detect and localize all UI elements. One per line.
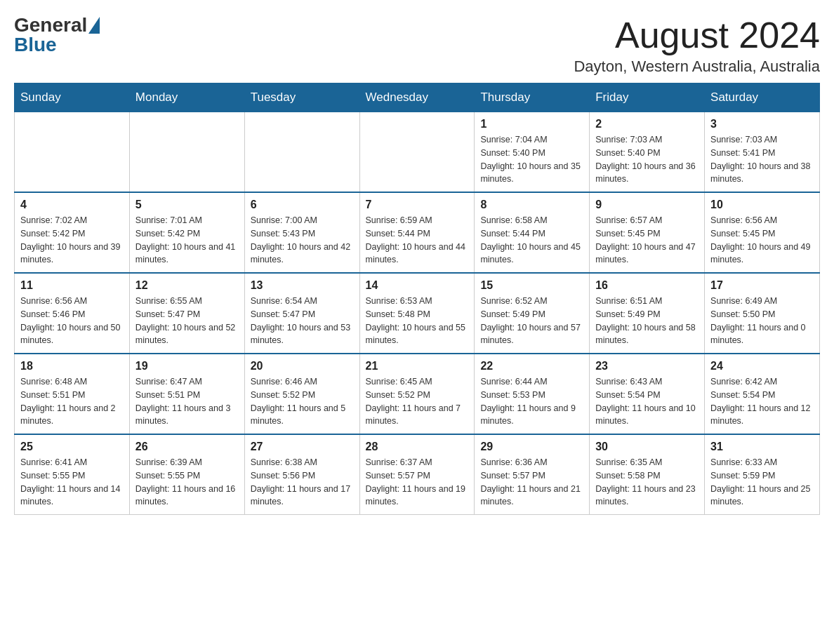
day-info: Sunrise: 6:37 AM Sunset: 5:57 PM Dayligh… <box>366 456 469 509</box>
day-number: 2 <box>595 118 699 130</box>
calendar-day-cell: 5Sunrise: 7:01 AM Sunset: 5:42 PM Daylig… <box>129 192 244 273</box>
calendar-day-cell: 7Sunrise: 6:59 AM Sunset: 5:44 PM Daylig… <box>359 192 475 273</box>
day-info: Sunrise: 6:44 AM Sunset: 5:53 PM Dayligh… <box>480 375 583 428</box>
day-number: 10 <box>710 199 814 211</box>
calendar-header-row: SundayMondayTuesdayWednesdayThursdayFrid… <box>15 83 820 112</box>
calendar-header-cell: Tuesday <box>244 83 359 112</box>
day-number: 21 <box>366 360 469 373</box>
day-info: Sunrise: 6:56 AM Sunset: 5:46 PM Dayligh… <box>20 295 124 347</box>
logo-arrow <box>88 17 100 34</box>
calendar-day-cell: 3Sunrise: 7:03 AM Sunset: 5:41 PM Daylig… <box>705 112 820 193</box>
day-number: 27 <box>251 441 354 453</box>
day-info: Sunrise: 6:39 AM Sunset: 5:55 PM Dayligh… <box>135 456 239 509</box>
day-info: Sunrise: 6:49 AM Sunset: 5:50 PM Dayligh… <box>710 295 814 347</box>
calendar-day-cell: 18Sunrise: 6:48 AM Sunset: 5:51 PM Dayli… <box>15 354 130 434</box>
calendar-day-cell: 22Sunrise: 6:44 AM Sunset: 5:53 PM Dayli… <box>475 354 590 434</box>
day-info: Sunrise: 6:45 AM Sunset: 5:52 PM Dayligh… <box>366 375 469 428</box>
day-number: 14 <box>366 279 469 292</box>
calendar-day-cell: 15Sunrise: 6:52 AM Sunset: 5:49 PM Dayli… <box>475 273 590 354</box>
day-number: 25 <box>20 441 124 453</box>
day-info: Sunrise: 6:57 AM Sunset: 5:45 PM Dayligh… <box>595 214 699 267</box>
calendar-day-cell: 1Sunrise: 7:04 AM Sunset: 5:40 PM Daylig… <box>475 112 590 193</box>
day-info: Sunrise: 7:01 AM Sunset: 5:42 PM Dayligh… <box>135 214 239 267</box>
calendar-header-cell: Monday <box>129 83 244 112</box>
calendar-day-cell: 29Sunrise: 6:36 AM Sunset: 5:57 PM Dayli… <box>475 434 590 515</box>
calendar-day-cell: 6Sunrise: 7:00 AM Sunset: 5:43 PM Daylig… <box>244 192 359 273</box>
day-number: 9 <box>595 199 699 211</box>
calendar-day-cell: 21Sunrise: 6:45 AM Sunset: 5:52 PM Dayli… <box>359 354 475 434</box>
logo-blue-text: Blue <box>14 34 57 56</box>
day-number: 23 <box>595 360 699 373</box>
day-info: Sunrise: 6:48 AM Sunset: 5:51 PM Dayligh… <box>20 375 124 428</box>
day-number: 15 <box>480 279 583 292</box>
calendar-day-cell: 17Sunrise: 6:49 AM Sunset: 5:50 PM Dayli… <box>705 273 820 354</box>
calendar-header-cell: Wednesday <box>359 83 475 112</box>
calendar-week-row: 18Sunrise: 6:48 AM Sunset: 5:51 PM Dayli… <box>15 354 820 434</box>
calendar-day-cell <box>244 112 359 193</box>
day-number: 18 <box>20 360 124 373</box>
calendar-day-cell: 25Sunrise: 6:41 AM Sunset: 5:55 PM Dayli… <box>15 434 130 515</box>
location-title: Dayton, Western Australia, Australia <box>574 58 820 76</box>
title-block: August 2024 Dayton, Western Australia, A… <box>574 14 820 76</box>
calendar-day-cell: 19Sunrise: 6:47 AM Sunset: 5:51 PM Dayli… <box>129 354 244 434</box>
calendar-day-cell: 31Sunrise: 6:33 AM Sunset: 5:59 PM Dayli… <box>705 434 820 515</box>
day-number: 3 <box>710 118 814 130</box>
day-number: 19 <box>135 360 239 373</box>
day-info: Sunrise: 7:02 AM Sunset: 5:42 PM Dayligh… <box>20 214 124 267</box>
day-info: Sunrise: 6:46 AM Sunset: 5:52 PM Dayligh… <box>251 375 354 428</box>
day-number: 16 <box>595 279 699 292</box>
month-title: August 2024 <box>574 14 820 56</box>
day-info: Sunrise: 6:52 AM Sunset: 5:49 PM Dayligh… <box>480 295 583 347</box>
day-number: 11 <box>20 279 124 292</box>
calendar-day-cell <box>15 112 130 193</box>
day-info: Sunrise: 6:42 AM Sunset: 5:54 PM Dayligh… <box>710 375 814 428</box>
calendar-header-cell: Sunday <box>15 83 130 112</box>
calendar-header-cell: Thursday <box>475 83 590 112</box>
day-info: Sunrise: 6:56 AM Sunset: 5:45 PM Dayligh… <box>710 214 814 267</box>
calendar-week-row: 4Sunrise: 7:02 AM Sunset: 5:42 PM Daylig… <box>15 192 820 273</box>
day-number: 30 <box>595 441 699 453</box>
calendar-body: 1Sunrise: 7:04 AM Sunset: 5:40 PM Daylig… <box>15 112 820 515</box>
logo: General Blue <box>14 14 100 56</box>
calendar-header-cell: Friday <box>590 83 705 112</box>
calendar-week-row: 1Sunrise: 7:04 AM Sunset: 5:40 PM Daylig… <box>15 112 820 193</box>
calendar-day-cell: 14Sunrise: 6:53 AM Sunset: 5:48 PM Dayli… <box>359 273 475 354</box>
day-info: Sunrise: 6:54 AM Sunset: 5:47 PM Dayligh… <box>251 295 354 347</box>
day-info: Sunrise: 7:03 AM Sunset: 5:41 PM Dayligh… <box>710 133 814 186</box>
calendar-day-cell: 16Sunrise: 6:51 AM Sunset: 5:49 PM Dayli… <box>590 273 705 354</box>
calendar-day-cell: 11Sunrise: 6:56 AM Sunset: 5:46 PM Dayli… <box>15 273 130 354</box>
calendar-week-row: 11Sunrise: 6:56 AM Sunset: 5:46 PM Dayli… <box>15 273 820 354</box>
day-info: Sunrise: 6:51 AM Sunset: 5:49 PM Dayligh… <box>595 295 699 347</box>
day-info: Sunrise: 7:03 AM Sunset: 5:40 PM Dayligh… <box>595 133 699 186</box>
calendar-day-cell <box>129 112 244 193</box>
day-number: 26 <box>135 441 239 453</box>
day-info: Sunrise: 6:47 AM Sunset: 5:51 PM Dayligh… <box>135 375 239 428</box>
calendar-table: SundayMondayTuesdayWednesdayThursdayFrid… <box>14 83 820 515</box>
calendar-header: SundayMondayTuesdayWednesdayThursdayFrid… <box>15 83 820 112</box>
day-info: Sunrise: 6:55 AM Sunset: 5:47 PM Dayligh… <box>135 295 239 347</box>
calendar-day-cell: 23Sunrise: 6:43 AM Sunset: 5:54 PM Dayli… <box>590 354 705 434</box>
calendar-day-cell: 2Sunrise: 7:03 AM Sunset: 5:40 PM Daylig… <box>590 112 705 193</box>
calendar-day-cell: 27Sunrise: 6:38 AM Sunset: 5:56 PM Dayli… <box>244 434 359 515</box>
day-info: Sunrise: 6:33 AM Sunset: 5:59 PM Dayligh… <box>710 456 814 509</box>
calendar-week-row: 25Sunrise: 6:41 AM Sunset: 5:55 PM Dayli… <box>15 434 820 515</box>
day-number: 8 <box>480 199 583 211</box>
day-number: 24 <box>710 360 814 373</box>
page-header: General Blue August 2024 Dayton, Western… <box>14 14 820 76</box>
day-info: Sunrise: 6:36 AM Sunset: 5:57 PM Dayligh… <box>480 456 583 509</box>
day-number: 12 <box>135 279 239 292</box>
day-number: 28 <box>366 441 469 453</box>
calendar-day-cell: 13Sunrise: 6:54 AM Sunset: 5:47 PM Dayli… <box>244 273 359 354</box>
day-info: Sunrise: 6:38 AM Sunset: 5:56 PM Dayligh… <box>251 456 354 509</box>
day-info: Sunrise: 6:59 AM Sunset: 5:44 PM Dayligh… <box>366 214 469 267</box>
calendar-day-cell: 26Sunrise: 6:39 AM Sunset: 5:55 PM Dayli… <box>129 434 244 515</box>
day-info: Sunrise: 6:43 AM Sunset: 5:54 PM Dayligh… <box>595 375 699 428</box>
day-info: Sunrise: 6:35 AM Sunset: 5:58 PM Dayligh… <box>595 456 699 509</box>
calendar-day-cell: 4Sunrise: 7:02 AM Sunset: 5:42 PM Daylig… <box>15 192 130 273</box>
calendar-day-cell: 20Sunrise: 6:46 AM Sunset: 5:52 PM Dayli… <box>244 354 359 434</box>
day-number: 7 <box>366 199 469 211</box>
calendar-day-cell: 12Sunrise: 6:55 AM Sunset: 5:47 PM Dayli… <box>129 273 244 354</box>
calendar-day-cell: 8Sunrise: 6:58 AM Sunset: 5:44 PM Daylig… <box>475 192 590 273</box>
day-number: 31 <box>710 441 814 453</box>
calendar-day-cell <box>359 112 475 193</box>
